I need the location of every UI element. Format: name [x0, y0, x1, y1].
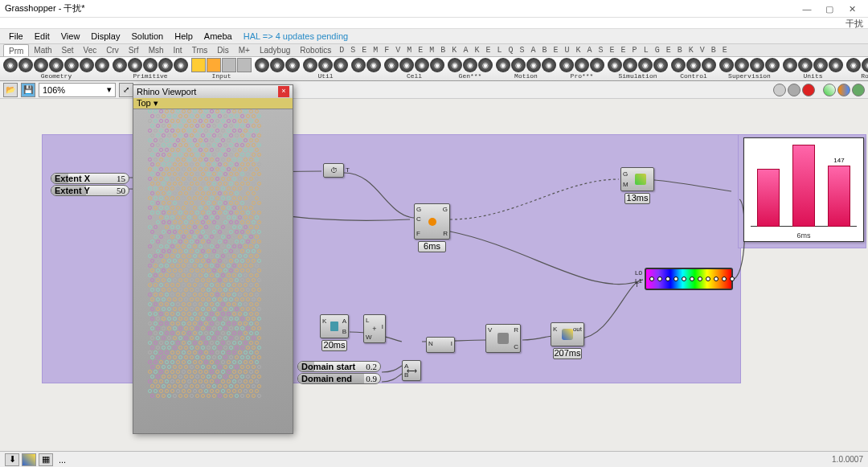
tab-letter[interactable]: L — [641, 44, 652, 57]
node-domain[interactable]: A B ⟷ — [402, 360, 421, 381]
gradient-grip[interactable] — [698, 277, 702, 281]
component-button[interactable]: ◉ — [34, 58, 48, 72]
tab-letter[interactable]: L — [493, 44, 505, 57]
component-button[interactable]: ◉ — [478, 58, 493, 72]
gradient-grip[interactable] — [714, 277, 719, 281]
tab-math[interactable]: Math — [29, 44, 56, 57]
gradient-grip[interactable] — [706, 277, 710, 281]
component-button[interactable]: ◉ — [285, 58, 300, 72]
component-icon[interactable]: ▦ — [39, 453, 53, 466]
component-button[interactable]: ◉ — [829, 58, 843, 72]
tab-letter[interactable]: E — [551, 44, 562, 57]
hal-updates-link[interactable]: HAL => 4 updates pending — [238, 31, 354, 41]
tab-ladybug[interactable]: Ladybug — [255, 44, 295, 57]
tab-crv[interactable]: Crv — [101, 44, 124, 57]
component-button[interactable]: ◉ — [80, 58, 94, 72]
gradient-grip[interactable] — [690, 277, 694, 281]
component-button[interactable]: ◉ — [559, 58, 574, 72]
component-button[interactable]: ◉ — [174, 58, 188, 72]
component-button[interactable]: ◉ — [18, 58, 33, 72]
tab-letter[interactable]: F — [381, 44, 392, 57]
gradient-grip[interactable] — [682, 277, 686, 281]
tab-letter[interactable]: K — [471, 44, 482, 57]
tab-letter[interactable]: E — [607, 44, 618, 57]
component-button[interactable]: ◉ — [590, 58, 604, 72]
python-sticky-icon[interactable] — [22, 453, 36, 466]
node-gradient[interactable]: L0 L1 T — [645, 268, 733, 290]
component-button[interactable]: ◉ — [49, 58, 63, 72]
maximize-button[interactable]: ▢ — [818, 2, 841, 16]
component-button[interactable] — [191, 58, 206, 72]
tab-robotics[interactable]: Robotics — [295, 44, 336, 57]
tab-letter[interactable]: E — [618, 44, 629, 57]
tab-letter[interactable]: A — [460, 44, 471, 57]
save-file-button[interactable]: 💾 — [21, 83, 35, 97]
component-button[interactable] — [237, 58, 252, 72]
tab-trns[interactable]: Trns — [187, 44, 213, 57]
tab-letter[interactable]: K — [573, 44, 584, 57]
component-button[interactable]: ◉ — [270, 58, 285, 72]
component-button[interactable]: ◉ — [862, 58, 868, 72]
node-hexgrid[interactable]: G C F G R — [414, 203, 450, 240]
tab-letter[interactable]: B — [437, 44, 448, 57]
component-button[interactable]: ◉ — [3, 58, 18, 72]
tab-letter[interactable]: M — [370, 44, 381, 57]
gradient-grip[interactable] — [657, 277, 662, 281]
tab-set[interactable]: Set — [57, 44, 79, 57]
component-button[interactable]: ◉ — [351, 58, 366, 72]
component-button[interactable]: ◉ — [750, 58, 764, 72]
tab-letter[interactable]: A — [584, 44, 596, 57]
minimize-button[interactable]: — — [796, 2, 818, 16]
node-remap[interactable]: L W I + — [363, 314, 386, 343]
component-button[interactable]: ◉ — [384, 58, 399, 72]
tab-letter[interactable]: K — [686, 44, 697, 57]
tab-letter[interactable]: D — [336, 44, 347, 57]
tab-letter[interactable]: S — [516, 44, 527, 57]
tab-letter[interactable]: E — [415, 44, 426, 57]
slider-domain-end[interactable]: Domain end0.9 — [297, 373, 381, 384]
component-button[interactable]: ◉ — [653, 58, 668, 72]
component-button[interactable]: ◉ — [735, 58, 749, 72]
component-button[interactable]: ◉ — [511, 58, 526, 72]
zoom-extents-button[interactable]: ⤢ — [119, 83, 133, 97]
component-button[interactable]: ◉ — [702, 58, 716, 72]
open-file-button[interactable]: 📂 — [3, 83, 18, 97]
tab-letter[interactable]: B — [674, 44, 686, 57]
menu-view[interactable]: View — [55, 31, 86, 41]
slider-extent-x[interactable]: Extent X15 — [51, 173, 129, 184]
component-button[interactable]: ◉ — [608, 58, 622, 72]
solver-on-icon[interactable] — [823, 84, 836, 96]
tab-prm[interactable]: Prm — [3, 44, 29, 57]
menu-help[interactable]: Help — [169, 31, 199, 41]
tab-letter[interactable]: B — [708, 44, 719, 57]
gradient-grip[interactable] — [730, 277, 735, 281]
component-button[interactable]: ◉ — [415, 58, 429, 72]
grasshopper-canvas[interactable]: Extent X15 Extent Y50 Domain start0.2 Do… — [0, 99, 868, 451]
component-button[interactable]: ◉ — [128, 58, 142, 72]
zoom-dropdown[interactable]: 106%▾ — [39, 83, 116, 97]
component-button[interactable]: ◉ — [143, 58, 158, 72]
node-custom-preview[interactable]: G M — [620, 167, 654, 191]
menu-file[interactable]: File — [3, 31, 29, 41]
component-button[interactable]: ◉ — [113, 58, 127, 72]
component-button[interactable]: ◉ — [448, 58, 462, 72]
node-graph-mapper[interactable]: V R C — [485, 324, 521, 353]
tab-letter[interactable]: M — [426, 44, 437, 57]
slider-extent-y[interactable]: Extent Y50 — [51, 185, 129, 196]
node-timer-input[interactable]: ⏱T — [323, 163, 344, 178]
menu-ameba[interactable]: Ameba — [199, 31, 238, 41]
component-button[interactable]: ◉ — [719, 58, 734, 72]
menu-edit[interactable]: Edit — [29, 31, 55, 41]
tab-letter[interactable]: B — [538, 44, 550, 57]
tab-letter[interactable]: E — [719, 44, 731, 57]
shaded-display-icon[interactable] — [788, 84, 800, 96]
component-button[interactable]: ◉ — [255, 58, 269, 72]
tab-letter[interactable]: K — [448, 44, 460, 57]
component-button[interactable]: ◉ — [334, 58, 348, 72]
node-nudge[interactable]: N I — [426, 337, 455, 353]
tab-letter[interactable]: V — [392, 44, 403, 57]
tab-int[interactable]: Int — [169, 44, 187, 57]
gradient-grip[interactable] — [649, 277, 654, 281]
component-button[interactable]: ◉ — [64, 58, 79, 72]
tab-letter[interactable]: S — [347, 44, 358, 57]
